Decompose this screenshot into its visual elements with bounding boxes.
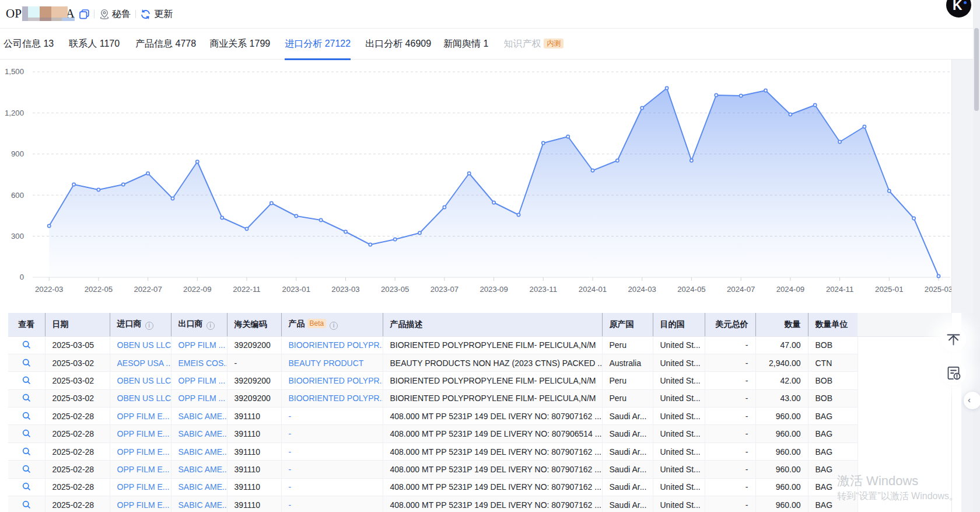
svg-text:2023-05: 2023-05 — [381, 285, 409, 294]
svg-text:2023-07: 2023-07 — [430, 285, 459, 294]
svg-text:300: 300 — [11, 232, 24, 241]
svg-text:600: 600 — [11, 191, 24, 200]
svg-text:2022-09: 2022-09 — [183, 285, 211, 294]
svg-text:1,500: 1,500 — [5, 67, 24, 76]
svg-text:2022-03: 2022-03 — [35, 285, 63, 294]
svg-text:2023-01: 2023-01 — [282, 285, 310, 294]
svg-text:2022-07: 2022-07 — [134, 285, 162, 294]
svg-text:2024-01: 2024-01 — [579, 285, 607, 294]
svg-text:2024-03: 2024-03 — [628, 285, 656, 294]
svg-text:1,200: 1,200 — [5, 109, 24, 117]
svg-text:2025-01: 2025-01 — [875, 285, 903, 294]
svg-text:2024-05: 2024-05 — [677, 285, 705, 294]
svg-text:2023-03: 2023-03 — [331, 285, 359, 294]
svg-text:2022-11: 2022-11 — [233, 285, 260, 294]
svg-text:2023-09: 2023-09 — [480, 285, 508, 294]
svg-text:2022-05: 2022-05 — [85, 285, 113, 294]
svg-text:2024-11: 2024-11 — [826, 285, 853, 294]
svg-text:0: 0 — [20, 273, 24, 281]
svg-text:2024-07: 2024-07 — [727, 285, 755, 294]
svg-text:2023-11: 2023-11 — [530, 285, 557, 294]
svg-text:2025-03: 2025-03 — [925, 285, 952, 294]
svg-text:900: 900 — [11, 149, 24, 158]
svg-text:2024-09: 2024-09 — [776, 285, 804, 294]
